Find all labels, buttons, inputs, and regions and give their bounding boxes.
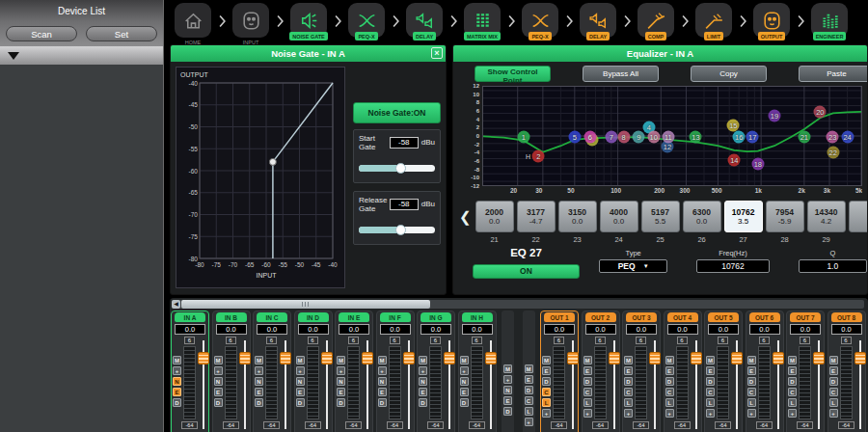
channel-button-E[interactable]: E [706,366,715,375]
fader-handle[interactable] [239,352,251,364]
channel-button-+[interactable]: + [624,409,633,418]
channel-button-E[interactable]: E [747,366,756,375]
fader-rail[interactable] [239,338,251,429]
band-cell-23[interactable]: 3150 0.0 23 [558,201,597,244]
channel-button-D[interactable]: D [706,377,715,386]
fader-handle[interactable] [731,352,743,364]
channel-button-C[interactable]: C [624,388,633,396]
channel-button-C[interactable]: C [665,388,674,396]
channel-strip-out-8[interactable]: OUT 8 0.0 MEDCL+ 6 -64 [827,310,866,432]
fader-handle[interactable] [485,352,497,364]
fader-rail[interactable] [773,338,784,429]
channel-button-+[interactable]: + [503,375,512,384]
channel-button-D[interactable]: D [460,398,469,407]
slider-handle[interactable] [395,163,406,174]
eq-point-2[interactable]: H2 [532,150,545,163]
channel-button-E[interactable]: E [378,388,387,396]
band-cell-28[interactable]: 7954 -5.9 28 [766,201,804,244]
channel-strip-in-g[interactable]: IN G 0.0 M+NED 6 -64 [417,310,455,432]
channel-strip-in-e[interactable]: IN E 0.0 M+NED 6 -64 [335,310,373,432]
channel-button-M[interactable]: M [296,356,305,364]
channel-strip-in-a[interactable]: IN A 0.0 M+NED 6 -64 [171,310,209,432]
channel-fader[interactable]: MEDCL+ 6 -64 [541,335,578,432]
channel-button-C[interactable]: C [829,388,838,396]
show-control-point-button[interactable]: Show Control Point [475,66,551,82]
channel-button-D[interactable]: D [503,407,512,416]
channel-button-E[interactable]: E [665,366,674,375]
device-tree-expander[interactable] [0,46,163,65]
scroll-left-arrow-icon[interactable]: ◀ [172,300,180,309]
channel-button-C[interactable]: C [706,388,715,396]
channel-button-C[interactable]: C [525,396,533,405]
channel-fader[interactable]: MEDCL+ 6 -64 [828,335,865,432]
channel-button-D[interactable]: D [378,398,387,407]
channel-button-N[interactable]: N [460,377,469,386]
eq-q-field[interactable]: 1.0 [799,259,867,273]
channel-button-M[interactable]: M [255,356,263,364]
fader-handle[interactable] [362,352,373,364]
eq-point-11[interactable]: 11 [662,131,674,144]
toolbar-peq-x-output[interactable]: PEQ-X [519,3,561,40]
channel-button-C[interactable]: C [583,388,592,396]
close-icon[interactable]: × [431,47,443,59]
channel-button-+[interactable]: + [337,366,345,375]
channel-button-N[interactable]: N [296,377,305,386]
bypass-all-button[interactable]: Bypass All [583,66,659,82]
channel-button-D[interactable]: D [583,377,592,386]
channel-button-D[interactable]: D [665,377,674,386]
channel-gain-value[interactable]: 0.0 [544,324,575,335]
channel-button-L[interactable]: L [665,398,674,407]
fader-handle[interactable] [773,352,784,364]
channel-fader[interactable]: M+NED 6 -64 [459,335,496,432]
channel-button-+[interactable]: + [583,409,592,418]
slider-handle[interactable] [395,225,406,235]
channel-button-N[interactable]: N [255,377,263,386]
channel-button-C[interactable]: C [747,388,756,396]
channel-gain-value[interactable]: 0.0 [257,324,287,335]
eq-point-14[interactable]: 14 [728,154,741,167]
fader-rail[interactable] [731,338,743,429]
channel-button-M[interactable]: M [214,356,223,364]
fader-handle[interactable] [198,352,209,364]
meter-horizontal-scrollbar[interactable]: ◀ [172,300,864,309]
channel-button-M[interactable]: M [525,364,533,373]
channel-button-N[interactable]: N [419,377,427,386]
eq-point-9[interactable]: 9 [633,131,645,144]
channel-fader[interactable]: M+NED 6 -64 [254,335,290,432]
fader-handle[interactable] [444,352,455,364]
eq-point-1[interactable]: 1 [517,131,529,144]
channel-button-M[interactable]: M [337,356,345,364]
fader-rail[interactable] [691,338,702,429]
eq-point-13[interactable]: 13 [690,131,702,144]
fader-rail[interactable] [485,338,497,429]
toolbar-limit[interactable]: LIMIT [692,3,735,40]
channel-button-M[interactable]: M [460,356,469,364]
channel-button-N[interactable]: N [173,377,181,386]
fader-rail[interactable] [854,338,866,429]
toolbar-delay-output[interactable]: DELAY [577,3,619,40]
eq-point-18[interactable]: 18 [751,158,764,171]
band-cell-24[interactable]: 4000 0.0 24 [600,201,638,244]
eq-point-17[interactable]: 17 [746,131,759,144]
fader-rail[interactable] [813,338,825,429]
channel-gain-value[interactable]: 0.0 [667,324,698,335]
channel-button-M[interactable]: M [542,356,551,364]
channel-button-M[interactable]: M [829,356,838,364]
toolbar-output[interactable]: OUTPUT [750,3,793,40]
set-button[interactable]: Set [86,26,157,41]
release-gate-slider[interactable] [359,226,435,235]
channel-button-N[interactable]: N [378,377,387,386]
eq-point-19[interactable]: 19 [769,110,781,122]
toolbar-engineer[interactable]: ENGINEER [808,3,851,40]
channel-gain-value[interactable]: 0.0 [420,324,451,335]
fader-rail[interactable] [321,338,333,429]
channel-button-D[interactable]: D [173,398,181,407]
channel-button-D[interactable]: D [337,398,345,407]
channel-fader[interactable]: MEDCL+ 6 -64 [583,335,619,432]
channel-button-D[interactable]: D [829,377,838,386]
fader-rail[interactable] [567,338,579,429]
channel-gain-value[interactable]: 0.0 [790,324,821,335]
channel-gain-value[interactable]: 0.0 [626,324,657,335]
channel-button-M[interactable]: M [624,356,633,364]
paste-button[interactable]: Paste [799,66,868,82]
